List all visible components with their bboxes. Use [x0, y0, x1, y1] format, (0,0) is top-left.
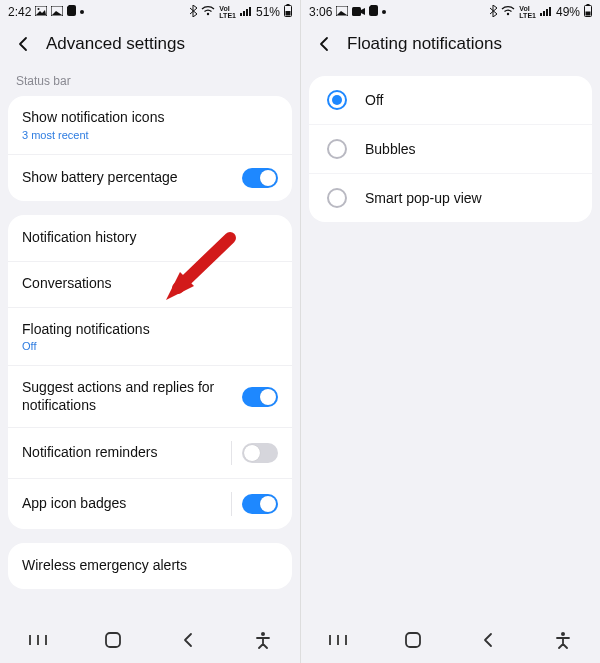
- status-bar: 2:42 VoILTE1 51%: [0, 0, 300, 24]
- radio-bubbles[interactable]: [327, 139, 347, 159]
- row-title: App icon badges: [22, 495, 223, 513]
- nav-back-button[interactable]: [468, 620, 508, 660]
- section-label-statusbar: Status bar: [0, 68, 300, 92]
- image-icon: [51, 5, 63, 19]
- toggle-notification-reminders[interactable]: [242, 443, 278, 463]
- sim-icon: [67, 5, 76, 19]
- status-time: 2:42: [8, 5, 31, 19]
- back-button[interactable]: [315, 35, 333, 53]
- image-icon: [35, 5, 47, 19]
- row-title: Notification history: [22, 229, 270, 247]
- nav-accessibility-button[interactable]: [243, 620, 283, 660]
- svg-point-3: [207, 13, 209, 15]
- wifi-icon: [201, 5, 215, 19]
- row-title: Suggest actions and replies for notifica…: [22, 379, 234, 414]
- radio-label: Smart pop-up view: [365, 190, 482, 206]
- sim-icon: [369, 5, 378, 19]
- nav-home-button[interactable]: [393, 620, 433, 660]
- row-title: Show notification icons: [22, 109, 270, 127]
- card-notifications: Notification history Conversations Float…: [8, 215, 292, 530]
- nav-home-button[interactable]: [93, 620, 133, 660]
- svg-rect-6: [286, 11, 291, 16]
- battery-icon: [584, 4, 592, 20]
- more-icon: [382, 10, 386, 14]
- page-title: Advanced settings: [46, 34, 185, 54]
- row-floating-notifications[interactable]: Floating notifications Off: [8, 307, 292, 366]
- svg-point-14: [507, 13, 509, 15]
- page-header: Advanced settings: [0, 24, 300, 68]
- battery-icon: [284, 4, 292, 20]
- svg-rect-13: [352, 7, 361, 16]
- phone-left: 2:42 VoILTE1 51% Advanced settings Statu…: [0, 0, 300, 663]
- signal-icon: [540, 5, 552, 19]
- row-show-battery-percentage[interactable]: Show battery percentage: [8, 154, 292, 201]
- divider: [231, 441, 232, 465]
- toggle-show-battery-percentage[interactable]: [242, 168, 278, 188]
- svg-point-22: [561, 632, 565, 636]
- radio-label: Bubbles: [365, 141, 416, 157]
- row-conversations[interactable]: Conversations: [8, 261, 292, 307]
- row-title: Conversations: [22, 275, 270, 293]
- bluetooth-icon: [489, 5, 497, 20]
- row-subtitle: 3 most recent: [22, 129, 270, 141]
- wifi-icon: [501, 5, 515, 19]
- navigation-bar: [0, 617, 300, 663]
- row-title: Wireless emergency alerts: [22, 557, 270, 575]
- toggle-app-icon-badges[interactable]: [242, 494, 278, 514]
- row-subtitle: Off: [22, 340, 270, 352]
- status-battery-pct: 51%: [256, 5, 280, 19]
- nav-accessibility-button[interactable]: [543, 620, 583, 660]
- row-show-notification-icons[interactable]: Show notification icons 3 most recent: [8, 96, 292, 154]
- radio-row-off[interactable]: Off: [309, 76, 592, 124]
- more-icon: [80, 10, 84, 14]
- page-title: Floating notifications: [347, 34, 502, 54]
- row-notification-history[interactable]: Notification history: [8, 215, 292, 261]
- nav-recents-button[interactable]: [318, 620, 358, 660]
- row-title: Notification reminders: [22, 444, 223, 462]
- back-button[interactable]: [14, 35, 32, 53]
- signal-icon: [240, 5, 252, 19]
- card-statusbar: Show notification icons 3 most recent Sh…: [8, 96, 292, 201]
- row-wireless-emergency-alerts[interactable]: Wireless emergency alerts: [8, 543, 292, 589]
- svg-rect-21: [406, 633, 420, 647]
- phone-right: 3:06 VoILTE1 49% Floating notifications …: [300, 0, 600, 663]
- divider: [231, 492, 232, 516]
- card-floating-options: Off Bubbles Smart pop-up view: [309, 76, 592, 222]
- svg-rect-10: [106, 633, 120, 647]
- status-battery-pct: 49%: [556, 5, 580, 19]
- radio-row-smart-popup[interactable]: Smart pop-up view: [309, 173, 592, 222]
- status-time: 3:06: [309, 5, 332, 19]
- nav-back-button[interactable]: [168, 620, 208, 660]
- status-bar: 3:06 VoILTE1 49%: [301, 0, 600, 24]
- card-emergency: Wireless emergency alerts: [8, 543, 292, 589]
- svg-point-11: [261, 632, 265, 636]
- video-icon: [352, 5, 365, 19]
- radio-smart-popup[interactable]: [327, 188, 347, 208]
- page-header: Floating notifications: [301, 24, 600, 68]
- volte-icon: VoILTE1: [519, 5, 536, 19]
- row-title: Floating notifications: [22, 321, 270, 339]
- row-notification-reminders[interactable]: Notification reminders: [8, 427, 292, 478]
- svg-rect-17: [586, 12, 591, 16]
- row-app-icon-badges[interactable]: App icon badges: [8, 478, 292, 529]
- row-suggest-actions[interactable]: Suggest actions and replies for notifica…: [8, 365, 292, 427]
- toggle-suggest-actions[interactable]: [242, 387, 278, 407]
- svg-point-1: [38, 8, 40, 10]
- radio-row-bubbles[interactable]: Bubbles: [309, 124, 592, 173]
- image-icon: [336, 5, 348, 19]
- radio-label: Off: [365, 92, 383, 108]
- radio-off[interactable]: [327, 90, 347, 110]
- volte-icon: VoILTE1: [219, 5, 236, 19]
- nav-recents-button[interactable]: [18, 620, 58, 660]
- row-title: Show battery percentage: [22, 169, 234, 187]
- navigation-bar: [301, 617, 600, 663]
- bluetooth-icon: [189, 5, 197, 20]
